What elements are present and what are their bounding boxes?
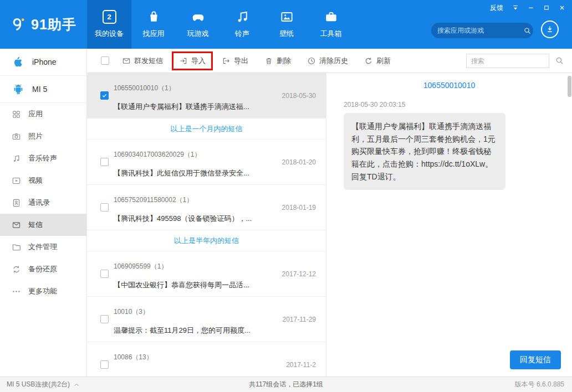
feedback-button[interactable]: 反馈 xyxy=(490,3,503,13)
sidebar-item-label: 文件管理 xyxy=(28,242,57,252)
message-preview: 【联通用户专属福利】联通携手滴滴送福... xyxy=(114,102,317,112)
list-date-separator: 以上是一个月内的短信 xyxy=(87,118,326,140)
nav-tab-games[interactable]: 玩游戏 xyxy=(176,0,220,49)
scrollbar-thumb[interactable] xyxy=(568,76,571,97)
delete-button[interactable]: 删除 xyxy=(257,51,298,70)
wallpaper-icon xyxy=(280,10,294,24)
import-button[interactable]: 导入 xyxy=(172,51,213,70)
message-number: 10010（3） xyxy=(114,307,149,317)
refresh-icon xyxy=(364,56,373,65)
sidebar-item-photos[interactable]: 照片 xyxy=(0,125,86,147)
clear-history-icon xyxy=(307,56,316,65)
games-icon xyxy=(191,10,205,24)
message-date: 2017-11-2 xyxy=(286,361,316,369)
message-date: 2018-05-30 xyxy=(282,92,316,100)
message-list-item[interactable]: 10086（13）2017-11-2 xyxy=(87,342,326,376)
status-bar: 共117组会话，已选择1组 MI 5 USB连接(共2台) 版本号 6.6.0.… xyxy=(0,376,572,392)
sms-toolbar: 群发短信导入导出删除清除历史刷新 xyxy=(87,49,572,73)
message-checkbox[interactable] xyxy=(100,360,109,369)
nav-tab-label: 工具箱 xyxy=(320,29,342,39)
ringtone-icon xyxy=(236,10,249,24)
app-title: 91助手 xyxy=(31,16,76,34)
music-icon xyxy=(12,154,21,163)
sidebar-menu: 应用照片音乐铃声视频通讯录短信文件管理备份还原更多功能 xyxy=(0,103,86,302)
sidebar-device-iphone[interactable]: iPhone xyxy=(0,49,86,76)
toolbar-button-label: 群发短信 xyxy=(134,56,163,66)
nav-tab-toolbox[interactable]: 工具箱 xyxy=(309,0,353,49)
nav-tab-label: 铃声 xyxy=(235,29,249,39)
scrollbar[interactable] xyxy=(568,74,571,375)
message-list-item[interactable]: 1069034017003620029（1）2018-01-20【腾讯科技】此短… xyxy=(87,140,326,185)
mass-sms-button[interactable]: 群发短信 xyxy=(115,51,170,70)
search-icon[interactable] xyxy=(523,27,532,35)
sidebar-device-mi5[interactable]: MI 5 xyxy=(0,76,86,103)
apple-icon xyxy=(12,56,24,68)
selection-summary: 共117组会话，已选择1组 xyxy=(0,380,572,389)
sidebar-item-files[interactable]: 文件管理 xyxy=(0,236,86,258)
sidebar-item-sms[interactable]: 短信 xyxy=(0,214,86,236)
close-icon[interactable] xyxy=(559,4,565,11)
nav-tab-my-device[interactable]: 2我的设备 xyxy=(87,0,131,49)
more-icon xyxy=(12,287,21,296)
message-list-item[interactable]: 1069095599（1）2017-12-12【中国农业银行】恭喜您获得每周一品… xyxy=(87,251,326,297)
message-checkbox[interactable] xyxy=(100,91,109,100)
message-checkbox[interactable] xyxy=(100,203,109,212)
message-checkbox[interactable] xyxy=(100,315,109,323)
pin-to-top-icon[interactable] xyxy=(512,4,519,11)
device-status[interactable]: MI 5 USB连接(共2台) xyxy=(7,380,80,389)
message-preview: 【腾讯科技】495598（设备锁验证码），... xyxy=(114,214,317,224)
toolbar-button-label: 清除历史 xyxy=(319,56,348,66)
device-list: iPhoneMI 5 xyxy=(0,49,86,103)
toolbar-button-label: 删除 xyxy=(277,56,291,66)
sidebar-item-label: 应用 xyxy=(28,109,43,119)
message-number: 1069095599（1） xyxy=(114,262,167,271)
minimize-icon[interactable] xyxy=(528,4,534,11)
message-preview: 【腾讯科技】此短信仅用于微信登录安全... xyxy=(114,168,317,178)
list-search-input[interactable] xyxy=(466,54,549,68)
nav-tab-find-apps[interactable]: 找应用 xyxy=(131,0,176,49)
app-search-box[interactable] xyxy=(431,23,533,38)
main-nav: 2我的设备找应用玩游戏铃声壁纸工具箱 xyxy=(87,0,353,49)
sidebar-item-music[interactable]: 音乐铃声 xyxy=(0,147,86,169)
message-checkbox[interactable] xyxy=(100,158,109,166)
list-search-box xyxy=(466,54,572,68)
message-number: 10086（13） xyxy=(114,353,153,362)
contacts-icon xyxy=(12,198,21,208)
video-icon xyxy=(12,176,21,185)
mass-sms-icon xyxy=(122,56,131,65)
nav-tab-label: 找应用 xyxy=(143,29,165,39)
message-timestamp: 2018-05-30 20:03:15 xyxy=(344,101,405,109)
reply-sms-button[interactable]: 回复短信 xyxy=(510,350,561,369)
conversation-title: 106550010010 xyxy=(326,81,572,90)
clear-history-button[interactable]: 清除历史 xyxy=(300,51,355,70)
message-date: 2017-12-12 xyxy=(282,270,316,278)
refresh-button[interactable]: 刷新 xyxy=(357,51,398,70)
chevron-up-icon xyxy=(73,381,80,388)
search-icon[interactable] xyxy=(555,56,564,65)
sidebar: iPhoneMI 5 应用照片音乐铃声视频通讯录短信文件管理备份还原更多功能 xyxy=(0,49,87,376)
import-icon xyxy=(179,56,188,65)
app-search-input[interactable] xyxy=(437,27,523,34)
sidebar-item-more[interactable]: 更多功能 xyxy=(0,280,86,302)
nav-tab-label: 我的设备 xyxy=(95,29,124,39)
sidebar-item-label: 通讯录 xyxy=(28,198,50,208)
maximize-icon[interactable] xyxy=(543,4,550,11)
sidebar-item-video[interactable]: 视频 xyxy=(0,169,86,192)
message-date: 2017-11-29 xyxy=(283,316,316,323)
sms-icon xyxy=(12,220,21,230)
message-checkbox[interactable] xyxy=(100,270,109,278)
download-manager-button[interactable] xyxy=(541,20,559,38)
message-list-item[interactable]: 106550010010（1）2018-05-30【联通用户专属福利】联通携手滴… xyxy=(87,73,326,118)
nav-tab-ringtones[interactable]: 铃声 xyxy=(220,0,264,49)
export-button[interactable]: 导出 xyxy=(214,51,256,70)
sidebar-item-backup[interactable]: 备份还原 xyxy=(0,258,86,280)
apps-icon xyxy=(12,110,21,119)
separator-label: 以上是一个月内的短信 xyxy=(171,124,243,134)
sidebar-item-contacts[interactable]: 通讯录 xyxy=(0,192,86,214)
sidebar-item-apps[interactable]: 应用 xyxy=(0,103,86,125)
select-all-checkbox[interactable] xyxy=(101,56,109,65)
nav-tab-wallpapers[interactable]: 壁纸 xyxy=(264,0,309,49)
message-list-item[interactable]: 10657520911580002（1）2018-01-19【腾讯科技】4955… xyxy=(87,185,326,230)
device-count-badge: 2 xyxy=(107,13,111,21)
message-list-item[interactable]: 10010（3）2017-11-29温馨提示：截至11月29日，您的可用额度..… xyxy=(87,297,326,342)
